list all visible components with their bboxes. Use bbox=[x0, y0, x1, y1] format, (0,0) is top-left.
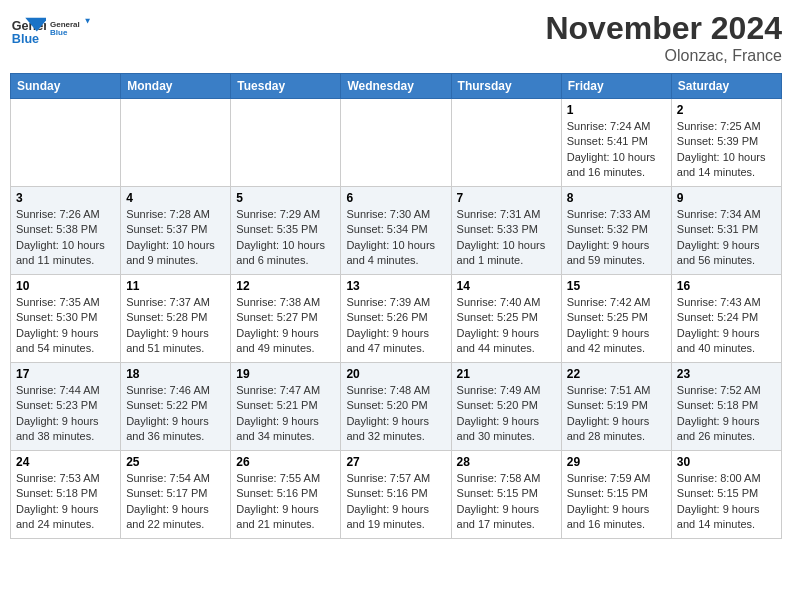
cell-4-3: 27 Sunrise: 7:57 AM Sunset: 5:16 PM Dayl… bbox=[341, 451, 451, 539]
daylight: Daylight: 9 hours and 32 minutes. bbox=[346, 414, 445, 445]
day-info: Sunrise: 8:00 AM Sunset: 5:15 PM Dayligh… bbox=[677, 471, 776, 533]
cell-2-6: 16 Sunrise: 7:43 AM Sunset: 5:24 PM Dayl… bbox=[671, 275, 781, 363]
daylight: Daylight: 9 hours and 24 minutes. bbox=[16, 502, 115, 533]
week-row-4: 24 Sunrise: 7:53 AM Sunset: 5:18 PM Dayl… bbox=[11, 451, 782, 539]
sunset: Sunset: 5:39 PM bbox=[677, 134, 776, 149]
svg-text:Blue: Blue bbox=[12, 32, 39, 46]
sunset: Sunset: 5:37 PM bbox=[126, 222, 225, 237]
day-info: Sunrise: 7:44 AM Sunset: 5:23 PM Dayligh… bbox=[16, 383, 115, 445]
daylight: Daylight: 9 hours and 44 minutes. bbox=[457, 326, 556, 357]
title-block: November 2024 Olonzac, France bbox=[545, 10, 782, 65]
daylight: Daylight: 9 hours and 30 minutes. bbox=[457, 414, 556, 445]
day-info: Sunrise: 7:43 AM Sunset: 5:24 PM Dayligh… bbox=[677, 295, 776, 357]
day-info: Sunrise: 7:29 AM Sunset: 5:35 PM Dayligh… bbox=[236, 207, 335, 269]
month-title: November 2024 bbox=[545, 10, 782, 47]
day-info: Sunrise: 7:30 AM Sunset: 5:34 PM Dayligh… bbox=[346, 207, 445, 269]
day-info: Sunrise: 7:49 AM Sunset: 5:20 PM Dayligh… bbox=[457, 383, 556, 445]
sunrise: Sunrise: 7:49 AM bbox=[457, 383, 556, 398]
day-info: Sunrise: 7:59 AM Sunset: 5:15 PM Dayligh… bbox=[567, 471, 666, 533]
sunset: Sunset: 5:24 PM bbox=[677, 310, 776, 325]
col-saturday: Saturday bbox=[671, 74, 781, 99]
daylight: Daylight: 10 hours and 6 minutes. bbox=[236, 238, 335, 269]
daylight: Daylight: 9 hours and 14 minutes. bbox=[677, 502, 776, 533]
day-info: Sunrise: 7:55 AM Sunset: 5:16 PM Dayligh… bbox=[236, 471, 335, 533]
sunrise: Sunrise: 7:30 AM bbox=[346, 207, 445, 222]
sunrise: Sunrise: 7:46 AM bbox=[126, 383, 225, 398]
day-number: 5 bbox=[236, 191, 335, 205]
day-number: 25 bbox=[126, 455, 225, 469]
cell-3-0: 17 Sunrise: 7:44 AM Sunset: 5:23 PM Dayl… bbox=[11, 363, 121, 451]
day-info: Sunrise: 7:33 AM Sunset: 5:32 PM Dayligh… bbox=[567, 207, 666, 269]
cell-0-0 bbox=[11, 99, 121, 187]
cell-1-6: 9 Sunrise: 7:34 AM Sunset: 5:31 PM Dayli… bbox=[671, 187, 781, 275]
sunrise: Sunrise: 7:40 AM bbox=[457, 295, 556, 310]
day-info: Sunrise: 7:46 AM Sunset: 5:22 PM Dayligh… bbox=[126, 383, 225, 445]
page-header: General Blue General Blue November 2024 … bbox=[10, 10, 782, 65]
sunset: Sunset: 5:21 PM bbox=[236, 398, 335, 413]
cell-0-3 bbox=[341, 99, 451, 187]
day-info: Sunrise: 7:58 AM Sunset: 5:15 PM Dayligh… bbox=[457, 471, 556, 533]
sunset: Sunset: 5:32 PM bbox=[567, 222, 666, 237]
col-monday: Monday bbox=[121, 74, 231, 99]
daylight: Daylight: 9 hours and 54 minutes. bbox=[16, 326, 115, 357]
week-row-3: 17 Sunrise: 7:44 AM Sunset: 5:23 PM Dayl… bbox=[11, 363, 782, 451]
daylight: Daylight: 9 hours and 40 minutes. bbox=[677, 326, 776, 357]
sunset: Sunset: 5:41 PM bbox=[567, 134, 666, 149]
location: Olonzac, France bbox=[545, 47, 782, 65]
sunrise: Sunrise: 7:37 AM bbox=[126, 295, 225, 310]
cell-0-1 bbox=[121, 99, 231, 187]
sunrise: Sunrise: 7:47 AM bbox=[236, 383, 335, 398]
daylight: Daylight: 9 hours and 49 minutes. bbox=[236, 326, 335, 357]
day-number: 28 bbox=[457, 455, 556, 469]
cell-4-2: 26 Sunrise: 7:55 AM Sunset: 5:16 PM Dayl… bbox=[231, 451, 341, 539]
sunrise: Sunrise: 7:53 AM bbox=[16, 471, 115, 486]
cell-3-1: 18 Sunrise: 7:46 AM Sunset: 5:22 PM Dayl… bbox=[121, 363, 231, 451]
sunrise: Sunrise: 7:26 AM bbox=[16, 207, 115, 222]
daylight: Daylight: 10 hours and 14 minutes. bbox=[677, 150, 776, 181]
col-sunday: Sunday bbox=[11, 74, 121, 99]
sunrise: Sunrise: 7:52 AM bbox=[677, 383, 776, 398]
daylight: Daylight: 9 hours and 36 minutes. bbox=[126, 414, 225, 445]
day-number: 16 bbox=[677, 279, 776, 293]
sunrise: Sunrise: 8:00 AM bbox=[677, 471, 776, 486]
general-blue-logo-svg: General Blue bbox=[50, 10, 94, 50]
col-tuesday: Tuesday bbox=[231, 74, 341, 99]
cell-1-5: 8 Sunrise: 7:33 AM Sunset: 5:32 PM Dayli… bbox=[561, 187, 671, 275]
daylight: Daylight: 9 hours and 19 minutes. bbox=[346, 502, 445, 533]
sunset: Sunset: 5:18 PM bbox=[16, 486, 115, 501]
cell-2-2: 12 Sunrise: 7:38 AM Sunset: 5:27 PM Dayl… bbox=[231, 275, 341, 363]
day-info: Sunrise: 7:28 AM Sunset: 5:37 PM Dayligh… bbox=[126, 207, 225, 269]
daylight: Daylight: 10 hours and 4 minutes. bbox=[346, 238, 445, 269]
sunset: Sunset: 5:19 PM bbox=[567, 398, 666, 413]
day-number: 29 bbox=[567, 455, 666, 469]
cell-0-4 bbox=[451, 99, 561, 187]
day-number: 21 bbox=[457, 367, 556, 381]
sunset: Sunset: 5:35 PM bbox=[236, 222, 335, 237]
sunrise: Sunrise: 7:57 AM bbox=[346, 471, 445, 486]
daylight: Daylight: 9 hours and 17 minutes. bbox=[457, 502, 556, 533]
sunset: Sunset: 5:25 PM bbox=[457, 310, 556, 325]
daylight: Daylight: 9 hours and 21 minutes. bbox=[236, 502, 335, 533]
calendar-table: Sunday Monday Tuesday Wednesday Thursday… bbox=[10, 73, 782, 539]
day-number: 9 bbox=[677, 191, 776, 205]
daylight: Daylight: 9 hours and 51 minutes. bbox=[126, 326, 225, 357]
sunrise: Sunrise: 7:51 AM bbox=[567, 383, 666, 398]
sunrise: Sunrise: 7:24 AM bbox=[567, 119, 666, 134]
week-row-2: 10 Sunrise: 7:35 AM Sunset: 5:30 PM Dayl… bbox=[11, 275, 782, 363]
sunset: Sunset: 5:30 PM bbox=[16, 310, 115, 325]
daylight: Daylight: 10 hours and 16 minutes. bbox=[567, 150, 666, 181]
sunset: Sunset: 5:17 PM bbox=[126, 486, 225, 501]
day-info: Sunrise: 7:31 AM Sunset: 5:33 PM Dayligh… bbox=[457, 207, 556, 269]
sunrise: Sunrise: 7:38 AM bbox=[236, 295, 335, 310]
sunrise: Sunrise: 7:59 AM bbox=[567, 471, 666, 486]
sunrise: Sunrise: 7:43 AM bbox=[677, 295, 776, 310]
cell-4-4: 28 Sunrise: 7:58 AM Sunset: 5:15 PM Dayl… bbox=[451, 451, 561, 539]
sunset: Sunset: 5:34 PM bbox=[346, 222, 445, 237]
col-friday: Friday bbox=[561, 74, 671, 99]
cell-1-2: 5 Sunrise: 7:29 AM Sunset: 5:35 PM Dayli… bbox=[231, 187, 341, 275]
day-number: 18 bbox=[126, 367, 225, 381]
day-number: 2 bbox=[677, 103, 776, 117]
day-number: 23 bbox=[677, 367, 776, 381]
sunrise: Sunrise: 7:54 AM bbox=[126, 471, 225, 486]
cell-0-5: 1 Sunrise: 7:24 AM Sunset: 5:41 PM Dayli… bbox=[561, 99, 671, 187]
